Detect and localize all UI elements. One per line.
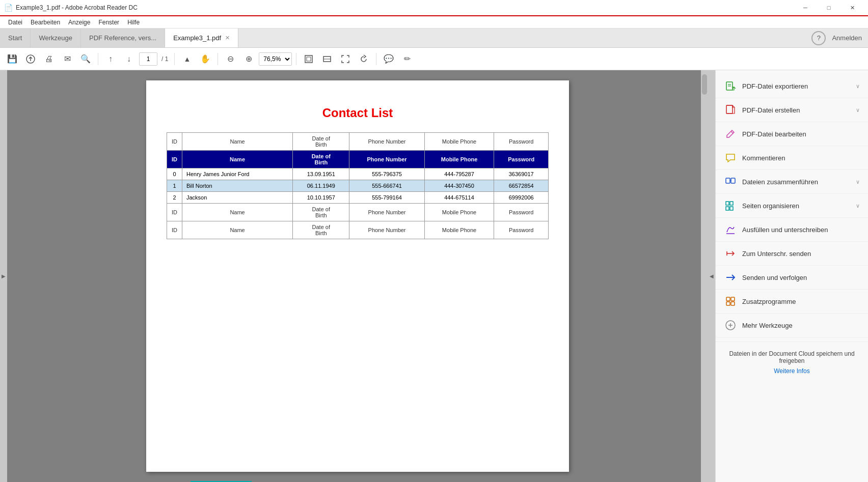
search-button[interactable]: 🔍	[77, 51, 94, 67]
tabbar: Start Werkzeuge PDF Reference, vers... E…	[0, 29, 868, 48]
panel-item-merge[interactable]: Dateien zusammenführen ∨	[716, 170, 868, 194]
extra-icon	[724, 295, 737, 308]
tab-close-icon[interactable]: ✕	[225, 35, 230, 41]
sign-button[interactable]: ✏	[399, 51, 415, 67]
menu-hilfe[interactable]: Hilfe	[123, 18, 144, 27]
subh2-phone: Phone Number	[349, 221, 424, 239]
more-icon	[724, 319, 737, 332]
fullscreen-button[interactable]	[337, 51, 354, 67]
panel-item-edit[interactable]: PDF-Datei bearbeiten	[716, 122, 868, 146]
prev-page-button[interactable]: ↑	[102, 51, 119, 67]
tab-start[interactable]: Start	[0, 29, 31, 47]
svg-rect-24	[731, 302, 735, 305]
subh1-mobile: Mobile Phone	[424, 204, 494, 221]
minimize-button[interactable]: ─	[794, 0, 817, 16]
table-row: 1 Bill Norton 06.11.1949 555-666741 444-…	[167, 180, 549, 192]
toolbar-sep-1	[98, 53, 98, 65]
table-subheader-2: ID Name Date ofBirth Phone Number Mobile…	[167, 221, 549, 239]
panel-item-send-track[interactable]: Senden und verfolgen	[716, 266, 868, 290]
col-id-dark: ID	[167, 151, 182, 168]
panel-item-extra[interactable]: Zusatzprogramme	[716, 290, 868, 314]
fit-width-button[interactable]	[319, 51, 335, 67]
app-icon: 📄	[4, 4, 13, 12]
subh2-name: Name	[182, 221, 293, 239]
menu-fenster[interactable]: Fenster	[94, 18, 123, 27]
tab-example3[interactable]: Example3_1.pdf ✕	[165, 29, 238, 47]
upload-button[interactable]	[22, 51, 39, 67]
col-phone-light: Phone Number	[349, 133, 424, 151]
comment-icon	[724, 151, 737, 164]
maximize-button[interactable]: □	[817, 0, 840, 16]
panel-item-organize[interactable]: Seiten organisieren ∨	[716, 194, 868, 218]
toolbar: 💾 🖨 ✉ 🔍 ↑ ↓ / 1 ▲ ✋ ⊖ ⊕ 76,5% 50% 75% 10…	[0, 48, 868, 70]
svg-rect-21	[726, 297, 730, 301]
left-panel-handle[interactable]: ▶	[0, 70, 7, 482]
subh1-id: ID	[167, 204, 182, 221]
panel-item-send-sign[interactable]: Zum Unterschr. senden	[716, 242, 868, 266]
comment-button[interactable]: 💬	[381, 51, 397, 67]
panel-item-comment[interactable]: Kommentieren	[716, 146, 868, 170]
right-panel-footer: Dateien in der Document Cloud speichern …	[716, 342, 868, 383]
subh1-name: Name	[182, 204, 293, 221]
table-row: 2 Jackson 10.10.1957 555-799164 444-6751…	[167, 192, 549, 204]
help-button[interactable]: ?	[811, 31, 826, 45]
panel-comment-label: Kommentieren	[742, 154, 860, 162]
rotate-button[interactable]	[356, 51, 372, 67]
save-button[interactable]: 💾	[4, 51, 20, 67]
zoomout-button[interactable]: ⊖	[222, 51, 238, 67]
footer-text: Dateien in der Document Cloud speichern …	[729, 350, 854, 364]
titlebar-title: Example3_1.pdf - Adobe Acrobat Reader DC	[16, 4, 794, 11]
organize-chevron-icon: ∨	[856, 203, 860, 209]
hand-tool-button[interactable]: ✋	[197, 51, 213, 67]
cell-name-1: Bill Norton	[182, 180, 293, 192]
scrollbar-thumb[interactable]	[702, 74, 707, 95]
signin-button[interactable]: Anmelden	[832, 34, 862, 42]
footer-link[interactable]: Weitere Infos	[724, 367, 860, 375]
zoomin-button[interactable]: ⊕	[240, 51, 257, 67]
toolbar-sep-4	[296, 53, 296, 65]
merge-chevron-icon: ∨	[856, 179, 860, 185]
fit-page-button[interactable]	[301, 51, 317, 67]
send-sign-icon	[724, 247, 737, 260]
panel-item-fill-sign[interactable]: Ausfüllen und unterschreiben	[716, 218, 868, 242]
col-name-light: Name	[182, 133, 293, 151]
tab-pdfreference-label: PDF Reference, vers...	[89, 34, 156, 42]
tab-pdfreference[interactable]: PDF Reference, vers...	[81, 29, 165, 47]
tab-werkzeuge[interactable]: Werkzeuge	[31, 29, 81, 47]
organize-icon	[724, 199, 737, 212]
subh1-phone: Phone Number	[349, 204, 424, 221]
subh1-dob: Date ofBirth	[293, 204, 349, 221]
contact-table: ID Name Date ofBirth Phone Number Mobile…	[167, 132, 549, 239]
page-input[interactable]	[139, 52, 157, 66]
panel-item-export[interactable]: PDF-Datei exportieren ∨	[716, 74, 868, 98]
print-button[interactable]: 🖨	[41, 51, 57, 67]
export-icon	[724, 79, 737, 93]
col-phone-dark: Phone Number	[349, 151, 424, 168]
export-chevron-icon: ∨	[856, 83, 860, 90]
menu-datei[interactable]: Datei	[4, 18, 26, 27]
menu-bearbeiten[interactable]: Bearbeiten	[26, 18, 64, 27]
svg-rect-13	[726, 202, 729, 205]
tab-example3-label: Example3_1.pdf	[173, 34, 221, 42]
close-button[interactable]: ✕	[840, 0, 864, 16]
panel-fill-sign-label: Ausfüllen und unterschreiben	[742, 226, 860, 234]
cell-dob-1: 06.11.1949	[293, 180, 349, 192]
zoom-select[interactable]: 76,5% 50% 75% 100% 125% 150%	[259, 52, 292, 66]
menu-anzeige[interactable]: Anzeige	[64, 18, 94, 27]
svg-rect-1	[305, 55, 312, 63]
cell-id-0: 0	[167, 168, 182, 180]
subh2-dob: Date ofBirth	[293, 221, 349, 239]
panel-organize-label: Seiten organisieren	[742, 202, 851, 210]
panel-more-label: Mehr Werkzeuge	[742, 322, 860, 329]
help-icon: ?	[817, 34, 821, 42]
send-track-icon	[724, 271, 737, 284]
cell-phone-2: 555-799164	[349, 192, 424, 204]
select-tool-button[interactable]: ▲	[179, 51, 195, 67]
col-name-dark: Name	[182, 151, 293, 168]
panel-item-more[interactable]: Mehr Werkzeuge	[716, 314, 868, 337]
email-button[interactable]: ✉	[59, 51, 75, 67]
next-page-button[interactable]: ↓	[121, 51, 137, 67]
pdf-scrollbar[interactable]	[701, 70, 708, 482]
right-panel-handle[interactable]: ◀	[708, 70, 715, 482]
panel-item-create[interactable]: PDF-Datei erstellen ∨	[716, 98, 868, 122]
